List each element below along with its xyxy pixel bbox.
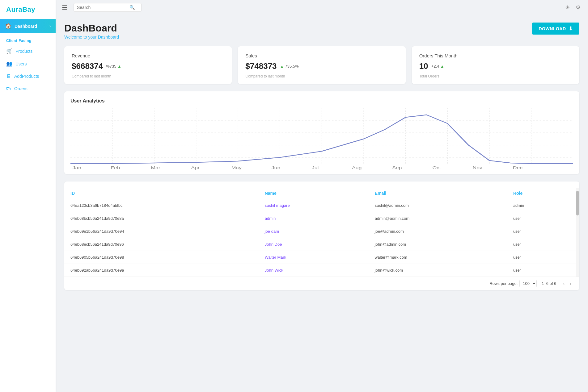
cell-email: john@wick.com [369,264,507,277]
sidebar-item-label: Users [15,61,27,66]
main-area: ☰ 🔍 ☀ ⚙ DashBoard Welcome to your Dashbo… [56,0,588,392]
search-input[interactable] [77,5,129,10]
chart-area: Jan Feb Mar Apr May Jun Jul Aug Sep Oct … [70,108,573,170]
prev-page-button[interactable]: ‹ [561,280,566,287]
rows-per-page-control: Rows per page: 100 50 25 [489,280,537,287]
stat-change-orders: +2.4 ▲ [431,64,445,69]
rows-per-page-select[interactable]: 100 50 25 [519,280,537,287]
sidebar-item-add-products[interactable]: 🖥 AddProducts [0,70,56,82]
svg-text:Apr: Apr [191,165,199,170]
cell-email: john@admin.com [369,238,507,251]
brand-logo: AuraBay [0,0,56,19]
stat-change-sales: ▲ 735.5% [280,64,299,69]
svg-text:Oct: Oct [432,165,441,170]
sidebar-item-label: Orders [14,86,27,91]
stat-compare-orders: Total Orders [419,74,572,78]
cell-name[interactable]: joe dam [259,225,369,238]
stat-compare-sales: Compared to last month [245,74,398,78]
cell-role: admin [507,199,576,212]
sidebar-item-orders[interactable]: 🛍 Orders [0,82,56,95]
stat-value-orders: 10 [419,61,428,71]
cell-id: 64eb68ecb56a241da9d70e96 [64,238,259,251]
topbar: ☰ 🔍 ☀ ⚙ [56,0,588,15]
page-title-block: DashBoard Welcome to your Dashboard [64,23,119,40]
cell-id: 64ea123cb3a6b7184d4abfbc [64,199,259,212]
table-row: 64eb6905b56a241da9d70e98 Walter Mark wal… [64,251,576,264]
users-table: ID Name Email Role 64ea123cb3a6b7184d4ab… [64,188,576,277]
download-button[interactable]: DOWNLOAD ⬇ [532,23,580,35]
scrollbar-thumb[interactable] [576,191,579,215]
col-header-id: ID [64,188,259,199]
chart-card: User Analytics [64,91,579,174]
page-subtitle: Welcome to your Dashboard [64,35,119,40]
stat-label-sales: Sales [245,53,398,58]
cell-email: admin@admin.com [369,212,507,225]
content-area: DashBoard Welcome to your Dashboard DOWN… [56,15,588,392]
cell-name[interactable]: admin [259,212,369,225]
sidebar: AuraBay 🏠 Dashboard › Client Facing 🛒 Pr… [0,0,56,392]
chevron-right-icon: › [49,24,51,28]
stat-change-text: 735.5% [285,64,298,69]
svg-text:Dec: Dec [513,165,523,170]
cell-role: user [507,251,576,264]
cell-id: 64eb6905b56a241da9d70e98 [64,251,259,264]
cell-id: 64eb69e1b56a241da9d70e94 [64,225,259,238]
col-header-role: Role [507,188,576,199]
next-page-button[interactable]: › [568,280,573,287]
stat-change-revenue: %735 ▲ [106,64,121,69]
cell-role: user [507,238,576,251]
cell-role: user [507,264,576,277]
cell-name[interactable]: sushil magare [259,199,369,212]
table-row: 64ea123cb3a6b7184d4abfbc sushil magare s… [64,199,576,212]
page-range: 1–6 of 6 [542,281,556,286]
stat-value-sales: $748373 [245,61,277,71]
settings-button[interactable]: ⚙ [576,4,581,11]
topbar-right: ☀ ⚙ [565,4,581,11]
sidebar-item-users[interactable]: 👥 Users [0,57,56,70]
cell-email: sushil@admin.com [369,199,507,212]
users-icon: 👥 [6,61,12,67]
search-box: 🔍 [74,3,142,12]
stat-label-revenue: Revenue [72,53,224,58]
stat-label-orders: Orders This Month [419,53,572,58]
page-title: DashBoard [64,23,119,34]
scrollbar[interactable] [576,188,579,277]
menu-toggle-button[interactable]: ☰ [59,2,70,12]
svg-text:Sep: Sep [392,165,402,170]
up-arrow-icon: ▲ [117,64,121,69]
download-label: DOWNLOAD [539,26,566,31]
page-header: DashBoard Welcome to your Dashboard DOWN… [64,23,579,40]
cell-id: 64eb692ab56a241da9d70e9a [64,264,259,277]
cell-name[interactable]: John Doe [259,238,369,251]
analytics-chart: Jan Feb Mar Apr May Jun Jul Aug Sep Oct … [70,108,573,170]
table-row: 64eb68ecb56a241da9d70e96 John Doe john@a… [64,238,576,251]
svg-text:Mar: Mar [151,165,160,170]
cell-role: user [507,212,576,225]
sidebar-item-products[interactable]: 🛒 Products [0,45,56,57]
svg-text:Feb: Feb [111,165,120,170]
svg-text:Jan: Jan [73,165,81,170]
sidebar-active-label: Dashboard [15,24,37,29]
sidebar-section-label: Client Facing [0,33,56,45]
table-card: ID Name Email Role 64ea123cb3a6b7184d4ab… [64,181,579,290]
stat-value-row-sales: $748373 ▲ 735.5% [245,61,398,71]
stat-change-text: %735 [106,64,116,69]
table-inner: ID Name Email Role 64ea123cb3a6b7184d4ab… [64,188,579,277]
rows-per-page-label: Rows per page: [489,281,518,286]
cell-name[interactable]: Walter Mark [259,251,369,264]
stat-card-orders: Orders This Month 10 +2.4 ▲ Total Orders [412,46,579,84]
table-row: 64eb69e1b56a241da9d70e94 joe dam joe@adm… [64,225,576,238]
sidebar-item-dashboard[interactable]: 🏠 Dashboard › [0,19,56,33]
cell-name[interactable]: John Wick [259,264,369,277]
svg-text:Jun: Jun [272,165,280,170]
cell-role: user [507,225,576,238]
up-arrow-icon: ▲ [280,64,284,69]
monitor-icon: 🖥 [6,73,11,79]
pagination-controls: ‹ › [561,280,573,287]
svg-text:May: May [231,165,242,170]
up-arrow-icon: ▲ [440,64,444,69]
theme-toggle-button[interactable]: ☀ [565,4,570,11]
bag-icon: 🛍 [6,86,11,91]
table-header-row: ID Name Email Role [64,188,576,199]
brand-name-part2: Bay [22,6,35,13]
